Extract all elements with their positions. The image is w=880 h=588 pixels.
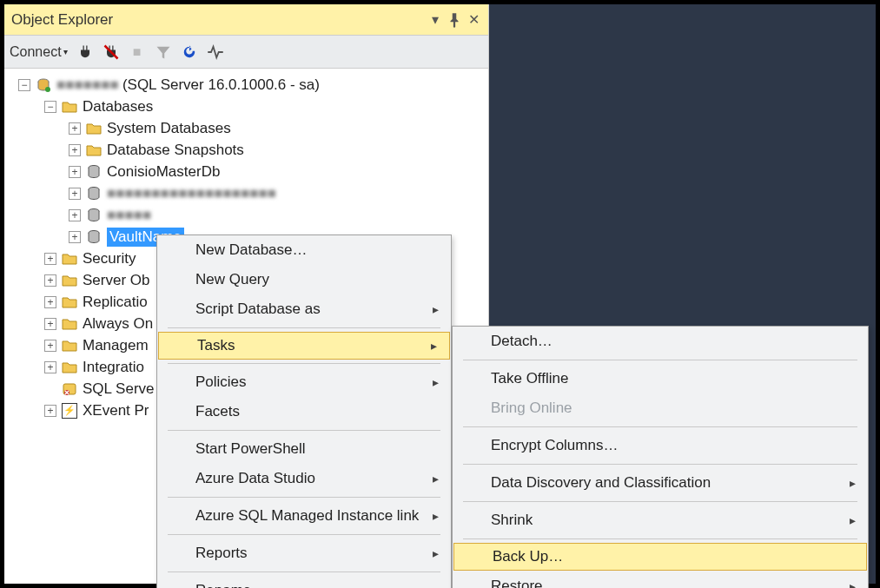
menu-shrink[interactable]: Shrink▸ (453, 505, 868, 535)
menu-azure-data-studio[interactable]: Azure Data Studio▸ (157, 464, 451, 493)
menu-bring-online-label: Bring Online (491, 400, 572, 417)
tree-database-snapshots[interactable]: + Database Snapshots (8, 139, 485, 161)
expand-icon[interactable]: + (69, 144, 81, 156)
connect-plug-icon[interactable] (76, 43, 94, 61)
expand-icon[interactable]: + (69, 166, 81, 178)
menu-detach[interactable]: Detach… (453, 327, 868, 356)
tree-db-blurred-1[interactable]: + ■■■■■■■■■■■■■■■■■■■ (8, 182, 485, 204)
menu-tasks-label: Tasks (197, 337, 235, 354)
db-blurred-1-label: ■■■■■■■■■■■■■■■■■■■ (107, 185, 276, 202)
menu-separator (463, 426, 857, 427)
menu-separator (168, 534, 440, 535)
menu-start-ps-label: Start PowerShell (195, 440, 306, 458)
menu-separator (168, 363, 440, 364)
svg-line-9 (65, 391, 69, 394)
menu-azure-ds-label: Azure Data Studio (195, 470, 315, 487)
menu-tasks[interactable]: Tasks▸ (158, 332, 450, 360)
menu-backup-label: Back Up… (493, 548, 563, 565)
svg-line-10 (65, 391, 69, 394)
replication-label: Replicatio (83, 294, 148, 311)
collapse-icon[interactable]: − (44, 101, 56, 113)
menu-detach-label: Detach… (491, 333, 552, 350)
menu-facets-label: Facets (195, 403, 240, 420)
connect-button[interactable]: Connect ▾ (10, 44, 68, 60)
menu-restore[interactable]: Restore▸ (453, 571, 868, 588)
submenu-arrow-icon: ▸ (433, 375, 439, 389)
svg-point-3 (89, 165, 99, 169)
app-frame: Object Explorer ▾ ✕ Connect ▾ ■ (0, 0, 880, 588)
menu-reports[interactable]: Reports▸ (157, 538, 451, 568)
menu-bring-online: Bring Online (453, 393, 868, 423)
menu-back-up[interactable]: Back Up… (453, 543, 867, 571)
database-icon (86, 186, 102, 202)
no-expand-spacer (44, 383, 56, 395)
tree-databases-node[interactable]: − Databases (8, 96, 485, 117)
folder-icon (62, 294, 77, 310)
menu-start-powershell[interactable]: Start PowerShell (157, 434, 451, 464)
expand-icon[interactable]: + (44, 296, 56, 308)
menu-new-query-label: New Query (195, 271, 269, 288)
caret-down-icon: ▾ (63, 47, 68, 56)
expand-icon[interactable]: + (69, 122, 81, 135)
menu-policies[interactable]: Policies▸ (157, 367, 451, 397)
pin-icon[interactable] (447, 12, 462, 28)
menu-facets[interactable]: Facets (157, 397, 451, 426)
filter-icon[interactable] (155, 43, 172, 61)
security-label: Security (83, 250, 136, 268)
expand-icon[interactable]: + (44, 253, 56, 265)
menu-shrink-label: Shrink (491, 512, 533, 529)
menu-separator (168, 497, 440, 498)
expand-icon[interactable]: + (69, 188, 81, 200)
database-snapshots-label: Database Snapshots (107, 142, 244, 159)
expand-icon[interactable]: + (69, 231, 81, 243)
menu-rename[interactable]: Rename (157, 576, 451, 588)
svg-point-8 (64, 390, 69, 395)
tree-system-databases[interactable]: + System Databases (8, 117, 485, 139)
svg-rect-7 (63, 384, 76, 394)
folder-icon (62, 338, 77, 353)
expand-icon[interactable]: + (69, 209, 81, 221)
submenu-arrow-icon: ▸ (850, 513, 856, 527)
dropdown-icon[interactable]: ▾ (427, 12, 443, 28)
management-label: Managem (83, 337, 149, 354)
folder-icon (86, 121, 102, 136)
panel-title: Object Explorer (11, 11, 424, 29)
tree-db-blurred-2[interactable]: + ■■■■■ (8, 204, 485, 226)
tree-server-node[interactable]: − ■■■■■■■ (SQL Server 16.0.1000.6 - sa) (8, 74, 485, 96)
submenu-arrow-icon: ▸ (433, 546, 439, 560)
collapse-icon[interactable]: − (18, 79, 30, 91)
folder-icon (62, 99, 77, 115)
folder-icon (86, 142, 102, 158)
expand-icon[interactable]: + (44, 340, 56, 352)
menu-encrypt-columns-label: Encrypt Columns… (491, 437, 618, 454)
system-databases-label: System Databases (107, 120, 231, 137)
disconnect-plug-icon[interactable] (103, 43, 120, 61)
expand-icon[interactable]: + (44, 318, 56, 330)
expand-icon[interactable]: + (44, 274, 56, 287)
server-host-blurred: ■■■■■■■ (56, 76, 119, 94)
menu-new-database[interactable]: New Database… (157, 235, 451, 265)
menu-take-offline[interactable]: Take Offline (453, 364, 868, 393)
server-name: (SQL Server 16.0.1000.6 - sa) (122, 76, 320, 94)
menu-data-discovery-label: Data Discovery and Classification (491, 474, 711, 492)
menu-script-database-as[interactable]: Script Database as▸ (157, 294, 451, 324)
menu-script-db-as-label: Script Database as (195, 301, 321, 318)
context-menu-tasks: Detach… Take Offline Bring Online Encryp… (452, 326, 869, 588)
menu-encrypt-columns[interactable]: Encrypt Columns… (453, 431, 868, 460)
close-icon[interactable]: ✕ (466, 12, 481, 28)
refresh-icon[interactable] (181, 43, 198, 61)
expand-icon[interactable]: + (44, 405, 56, 417)
menu-azure-sql-mi-link[interactable]: Azure SQL Managed Instance link▸ (157, 501, 451, 531)
menu-separator (168, 327, 440, 328)
sql-server-agent-label: SQL Serve (83, 380, 155, 398)
panel-toolbar: Connect ▾ ■ (4, 36, 488, 69)
expand-icon[interactable]: + (44, 361, 56, 373)
tree-db-conisio[interactable]: + ConisioMasterDb (8, 161, 485, 182)
integration-label: Integratio (83, 359, 144, 376)
menu-data-discovery[interactable]: Data Discovery and Classification▸ (453, 468, 868, 498)
database-icon (86, 164, 102, 180)
activity-icon[interactable] (207, 43, 224, 61)
menu-new-query[interactable]: New Query (157, 265, 451, 294)
stop-icon[interactable]: ■ (129, 43, 146, 61)
menu-separator (463, 464, 857, 465)
